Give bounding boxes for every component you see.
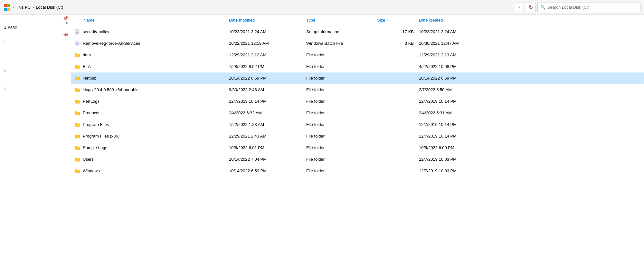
sidebar: 📌 ▲ 4-8650 📌 ; 5 5: [0, 14, 71, 258]
breadcrumb-local-disk[interactable]: Local Disk (C:): [36, 5, 63, 10]
table-row[interactable]: inf security-policy 10/23/2021 3:24 AM S…: [71, 26, 644, 38]
cell-date-modified: 9/30/2022 2:46 AM: [229, 87, 306, 92]
cell-date-modified: 2/4/2022 6:32 AM: [229, 110, 306, 115]
file-name: PerfLogs: [83, 99, 99, 104]
windows-logo-icon[interactable]: [4, 4, 11, 11]
file-name: Products: [83, 110, 99, 115]
table-row[interactable]: Program Files 7/22/2022 1:23 AM File fol…: [71, 119, 644, 130]
table-row[interactable]: Sample Logs 10/6/2022 6:01 PM File folde…: [71, 142, 644, 154]
file-icon: [74, 145, 80, 151]
main-area: 📌 ▲ 4-8650 📌 ; 5 5: [0, 14, 644, 258]
file-icon: [74, 99, 80, 104]
cell-name: Program Files (x86): [74, 133, 229, 139]
table-row[interactable]: data 12/29/2021 2:12 AM File folder 12/2…: [71, 49, 644, 61]
cell-type: File folder: [306, 157, 377, 162]
table-row[interactable]: Program Files (x86) 12/29/2021 2:43 AM F…: [71, 130, 644, 142]
file-name: Sample Logs: [83, 145, 107, 150]
cell-name: inetpub: [74, 75, 229, 81]
cell-name: klogg-20.4.0.589-x64-portable: [74, 87, 229, 93]
cell-date-modified: 12/7/2019 10:14 PM: [229, 99, 306, 104]
file-name: Users: [83, 157, 94, 162]
refresh-button[interactable]: ↻: [526, 3, 535, 12]
sidebar-label: 4-8650: [4, 25, 17, 30]
file-icon: [74, 52, 80, 58]
file-icon: [74, 87, 80, 93]
cell-date-modified: 7/28/2022 8:52 PM: [229, 64, 306, 69]
cell-date-modified: 12/29/2021 2:43 AM: [229, 134, 306, 139]
cell-type: File folder: [306, 134, 377, 139]
breadcrumb-this-pc[interactable]: This PC: [16, 5, 31, 10]
file-name: Program Files (x86): [83, 134, 119, 139]
svg-rect-3: [7, 8, 10, 11]
cell-date-created: 2/4/2022 6:31 AM: [419, 110, 640, 115]
file-name: ELA: [83, 64, 91, 69]
cell-name: ELA: [74, 64, 229, 70]
cell-date-created: 2/7/2022 6:50 AM: [419, 87, 640, 92]
cell-type: Windows Batch File: [306, 41, 377, 46]
table-row[interactable]: klogg-20.4.0.589-x64-portable 9/30/2022 …: [71, 84, 644, 96]
cell-date-modified: 7/22/2022 1:23 AM: [229, 122, 306, 127]
cell-type: File folder: [306, 168, 377, 173]
pin-icon2[interactable]: 📌: [62, 31, 69, 38]
cell-name: Program Files: [74, 122, 229, 128]
pin-up-icon[interactable]: 📌: [63, 16, 68, 21]
cell-date-modified: 10/22/2021 12:19 AM: [229, 41, 306, 46]
cell-name: data: [74, 52, 229, 58]
table-row[interactable]: ELA 7/28/2022 8:52 PM File folder 4/22/2…: [71, 61, 644, 72]
svg-rect-1: [7, 4, 10, 7]
file-icon: [74, 64, 80, 70]
cell-type: File folder: [306, 87, 377, 92]
sidebar-item-1[interactable]: ;: [0, 38, 71, 47]
cell-type: File folder: [306, 122, 377, 127]
svg-text:inf: inf: [76, 30, 78, 32]
column-header-date-modified[interactable]: Date modified: [229, 18, 306, 23]
breadcrumb-separator3: ›: [65, 5, 66, 10]
breadcrumb-separator: ›: [13, 5, 14, 10]
file-icon: inf: [74, 29, 80, 35]
cell-name: PerfLogs: [74, 99, 229, 104]
file-icon: [74, 133, 80, 139]
file-name: security-policy: [83, 29, 109, 34]
up-arrow-icon[interactable]: ▲: [65, 21, 68, 24]
column-header-size[interactable]: Size ∨: [377, 18, 419, 23]
breadcrumb-separator2: ›: [33, 5, 34, 10]
search-input[interactable]: [547, 5, 638, 10]
sidebar-item-2[interactable]: 5: [0, 66, 71, 75]
sidebar-item-3[interactable]: 5: [0, 85, 71, 94]
cell-name: Users: [74, 157, 229, 162]
table-row[interactable]: Users 10/14/2022 7:04 PM File folder 12/…: [71, 154, 644, 165]
file-icon: [74, 41, 80, 46]
column-header-date-created[interactable]: Date created: [419, 18, 640, 23]
file-name: klogg-20.4.0.589-x64-portable: [83, 87, 138, 92]
cell-name: Sample Logs: [74, 145, 229, 151]
address-bar: › This PC › Local Disk (C:) › ∨ ↻ 🔍: [0, 0, 644, 14]
column-header-name[interactable]: Name: [74, 18, 229, 23]
table-row[interactable]: inetpub 10/14/2022 6:59 PM File folder 1…: [71, 72, 644, 84]
table-row[interactable]: Windows 10/14/2022 6:59 PM File folder 1…: [71, 165, 644, 177]
cell-date-created: 10/23/2021 3:24 AM: [419, 29, 640, 34]
file-icon: [74, 75, 80, 81]
cell-name: inf security-policy: [74, 29, 229, 35]
cell-type: File folder: [306, 99, 377, 104]
svg-rect-2: [4, 8, 7, 11]
file-explorer-window: › This PC › Local Disk (C:) › ∨ ↻ 🔍 📌 ▲ …: [0, 0, 644, 258]
cell-type: File folder: [306, 64, 377, 69]
cell-type: File folder: [306, 76, 377, 81]
table-row[interactable]: RemoveReg-force-All-Services 10/22/2021 …: [71, 38, 644, 49]
cell-size: 3 KB: [377, 41, 419, 46]
svg-rect-0: [4, 4, 7, 7]
table-row[interactable]: Products 2/4/2022 6:32 AM File folder 2/…: [71, 107, 644, 119]
table-row[interactable]: PerfLogs 12/7/2019 10:14 PM File folder …: [71, 96, 644, 107]
cell-date-created: 12/7/2019 10:14 PM: [419, 122, 640, 127]
cell-date-created: 10/14/2022 6:59 PM: [419, 76, 640, 81]
address-dropdown-button[interactable]: ∨: [515, 3, 524, 12]
file-icon: [74, 110, 80, 116]
search-box[interactable]: 🔍: [537, 3, 640, 12]
size-sort-icon: ∨: [386, 18, 389, 22]
cell-type: File folder: [306, 145, 377, 150]
column-header-type[interactable]: Type: [306, 18, 377, 23]
cell-date-created: 4/22/2022 10:08 PM: [419, 64, 640, 69]
cell-date-created: 12/7/2019 10:14 PM: [419, 99, 640, 104]
cell-date-created: 10/30/2021 12:47 AM: [419, 41, 640, 46]
cell-name: Products: [74, 110, 229, 116]
